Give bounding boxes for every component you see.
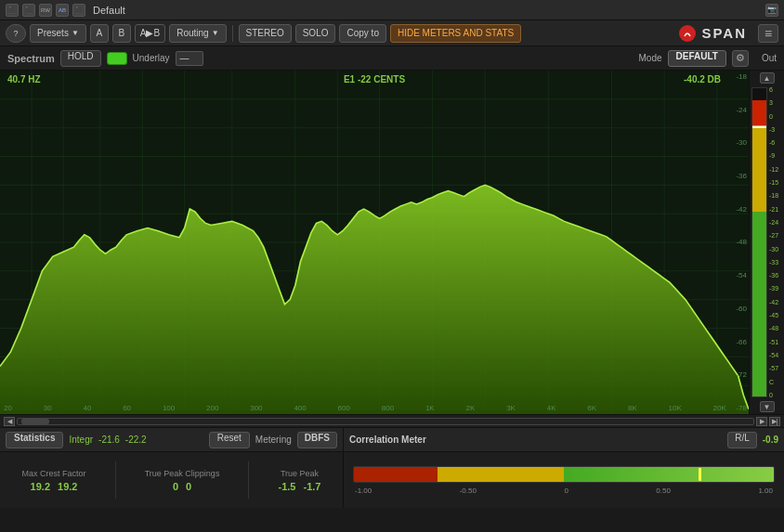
corr-bar-green — [564, 467, 774, 482]
true-peak-clip-item: True Peak Clippings 0 0 — [145, 469, 220, 492]
a-button[interactable]: A — [90, 24, 109, 43]
main-area: 40.7 HZ E1 -22 CENTS -40.2 DB -18 -24 -3… — [0, 71, 784, 414]
gear-button[interactable]: ⚙ — [732, 50, 749, 67]
underlay-label: Underlay — [133, 53, 170, 63]
title-bar-icons: ⬛ ⬛ RW AB ⬛ — [6, 4, 85, 17]
true-peak-clip-values: 0 0 — [173, 481, 191, 492]
true-peak-clip-label: True Peak Clippings — [145, 469, 220, 478]
hz-scale: 20 30 40 60 100 200 300 400 600 800 1K 2… — [0, 404, 730, 412]
max-crest-item: Max Crest Factor 19.2 19.2 — [22, 469, 86, 492]
underlay-box[interactable]: — — [176, 51, 203, 66]
vu-bar-yellow — [752, 125, 766, 212]
spectrum-db-right: -40.2 DB — [684, 74, 721, 84]
max-crest-value2: 19.2 — [58, 481, 77, 492]
scroll-track[interactable] — [17, 418, 754, 425]
true-peak-clip-value2: 0 — [186, 481, 191, 492]
corr-bar-yellow — [438, 467, 564, 482]
metering-label: Metering — [255, 435, 292, 445]
copy-to-button[interactable]: Copy to — [339, 24, 385, 43]
integr-value1: -21.6 — [98, 435, 120, 445]
svg-marker-27 — [0, 185, 749, 414]
presets-button[interactable]: Presets ▼ — [30, 24, 86, 43]
statistics-section: Statistics Integr -21.6 -22.2 Reset Mete… — [0, 428, 344, 508]
reset-button[interactable]: Reset — [209, 432, 250, 448]
title-icon-2[interactable]: ⬛ — [22, 4, 35, 17]
integr-value2: -22.2 — [125, 435, 147, 445]
db-scale: -18 -24 -30 -36 -42 -48 -54 -60 -66 -72 … — [736, 71, 747, 414]
spectrum-header: Spectrum HOLD Underlay — Mode DEFAULT ⚙ … — [0, 46, 784, 71]
mode-label: Mode — [638, 53, 661, 63]
bottom-area: Statistics Integr -21.6 -22.2 Reset Mete… — [0, 427, 784, 508]
correlation-scale: -1.00 -0.50 0 0.50 1.00 — [353, 487, 775, 495]
out-label: Out — [762, 53, 777, 63]
help-button[interactable]: ? — [6, 24, 26, 43]
stereo-button[interactable]: STEREO — [239, 24, 292, 43]
title-icon-rw[interactable]: RW — [39, 4, 52, 17]
max-crest-label: Max Crest Factor — [22, 469, 86, 478]
integr-label: Integr — [69, 435, 93, 445]
title-text: Default — [93, 5, 125, 16]
spectrum-area[interactable]: 40.7 HZ E1 -22 CENTS -40.2 DB -18 -24 -3… — [0, 71, 749, 414]
title-bar: ⬛ ⬛ RW AB ⬛ Default 📷 — [0, 0, 784, 20]
vu-scroll-down[interactable]: ▼ — [760, 401, 775, 412]
span-logo-icon — [679, 25, 696, 42]
title-bar-right: 📷 — [765, 4, 778, 17]
vu-bar-red — [752, 100, 766, 125]
stat-divider-2 — [248, 461, 249, 499]
routing-button[interactable]: Routing ▼ — [169, 24, 226, 43]
ab-arrow-button[interactable]: A▶B — [135, 24, 165, 43]
solo-button[interactable]: SOLO — [295, 24, 336, 43]
title-icon-5[interactable]: ⬛ — [72, 4, 85, 17]
correlation-section: Correlation Meter R/L -0.9 -1.00 -0.50 0… — [344, 428, 784, 508]
spectrum-label: Spectrum — [7, 53, 55, 64]
scroll-end-button[interactable]: ▶| — [769, 417, 780, 426]
toolbar: ? Presets ▼ A B A▶B Routing ▼ STEREO SOL… — [0, 20, 784, 46]
true-peak-clip-value1: 0 — [173, 481, 178, 492]
hide-meters-button[interactable]: HIDE METERS AND STATS — [390, 24, 521, 43]
camera-icon[interactable]: 📷 — [765, 4, 778, 17]
statistics-tab[interactable]: Statistics — [6, 432, 63, 448]
hold-button[interactable]: HOLD — [60, 50, 101, 67]
corr-bar-red — [354, 467, 438, 482]
title-icon-ab[interactable]: AB — [56, 4, 69, 17]
corr-indicator — [699, 468, 701, 481]
spectrum-canvas — [0, 71, 749, 414]
span-logo: SPAN — [679, 25, 747, 42]
mode-button[interactable]: DEFAULT — [668, 50, 726, 67]
vu-bar — [751, 87, 767, 397]
green-led[interactable] — [107, 52, 127, 65]
max-crest-value1: 19.2 — [31, 481, 50, 492]
separator-1 — [232, 25, 233, 42]
stat-divider-1 — [115, 461, 116, 499]
correlation-tab-label: Correlation Meter — [349, 435, 426, 445]
scroll-right-button[interactable]: ▶ — [756, 417, 767, 426]
correlation-meter-area: -1.00 -0.50 0 0.50 1.00 — [344, 452, 784, 508]
b-button[interactable]: B — [112, 24, 131, 43]
vu-peak-marker — [752, 126, 766, 128]
correlation-header: Correlation Meter R/L -0.9 — [344, 428, 784, 452]
span-logo-text: SPAN — [701, 25, 747, 41]
correlation-bar — [353, 466, 775, 483]
true-peak-item: True Peak -1.5 -1.7 — [279, 469, 321, 492]
scroll-thumb — [21, 419, 49, 424]
true-peak-value1: -1.5 — [279, 481, 296, 492]
correlation-value: -0.9 — [763, 435, 778, 445]
vu-bar-green — [752, 212, 766, 396]
dbfs-button[interactable]: DBFS — [297, 432, 337, 448]
vu-scroll-up[interactable]: ▲ — [760, 72, 775, 84]
menu-button[interactable]: ≡ — [758, 24, 778, 43]
vu-meter-area: ▲ 6 3 0 -3 -6 -9 -12 -15 -18 -21 -24 — [749, 71, 784, 414]
stats-data: Max Crest Factor 19.2 19.2 True Peak Cli… — [0, 452, 343, 508]
spectrum-freq-center: E1 -22 CENTS — [344, 74, 405, 84]
spectrum-scrollbar: ◀ ▶ ▶| — [0, 414, 784, 427]
true-peak-label: True Peak — [281, 469, 319, 478]
title-icon-1[interactable]: ⬛ — [6, 4, 19, 17]
stats-header: Statistics Integr -21.6 -22.2 Reset Mete… — [0, 428, 343, 452]
scroll-left-button[interactable]: ◀ — [4, 417, 15, 426]
rl-button[interactable]: R/L — [727, 432, 757, 448]
spectrum-freq-left: 40.7 HZ — [7, 74, 41, 84]
true-peak-values: -1.5 -1.7 — [279, 481, 321, 492]
true-peak-value2: -1.7 — [303, 481, 320, 492]
max-crest-values: 19.2 19.2 — [31, 481, 78, 492]
